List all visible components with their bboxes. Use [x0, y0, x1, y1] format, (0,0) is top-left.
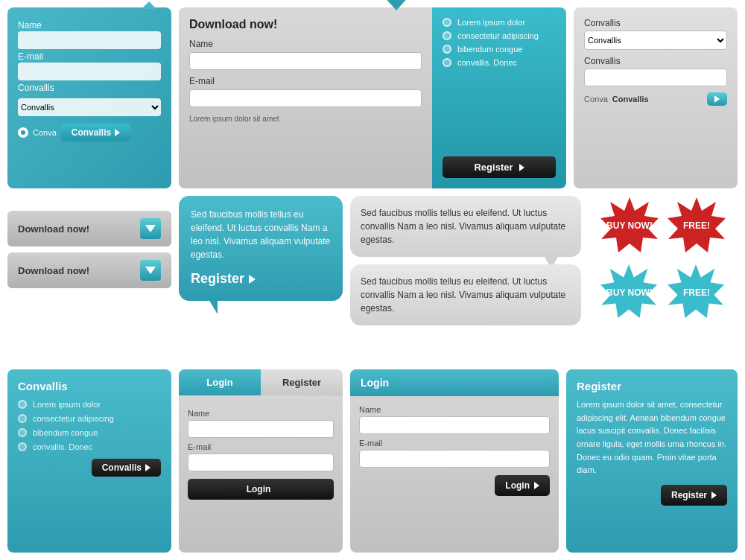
convallis-label: Convallis — [18, 83, 54, 93]
teal-radio-1 — [18, 400, 27, 409]
gray-convallis-label: Convallis — [612, 95, 703, 104]
gray-bubble-2: Sed faucibus mollis tellus eu eleifend. … — [350, 264, 581, 325]
gray-bubble-text-2: Sed faucibus mollis tellus eu eleifend. … — [361, 276, 565, 314]
free-teal-text: FREE! — [683, 287, 710, 298]
email-input[interactable] — [18, 63, 161, 80]
teal-radio-4 — [18, 442, 27, 451]
teal-speech-bubble: Sed faucibus mollis tellus eu eleifend. … — [179, 196, 343, 301]
gray-label-1: Convallis — [584, 18, 727, 28]
bubble-tail — [209, 299, 218, 314]
download-title: Download now! — [189, 18, 422, 31]
name-input[interactable] — [18, 31, 161, 49]
register-box-title: Register — [577, 380, 727, 392]
conva-label: Conva — [33, 128, 57, 137]
radio-icon-3 — [443, 45, 451, 54]
register-teal-box: Register Lorem ipsum dolor sit amet, con… — [566, 369, 738, 553]
download-buttons: Download now! Download now! — [7, 196, 171, 288]
buy-now-teal-badge[interactable]: BUY NOW! — [600, 263, 659, 322]
middle-row: Download now! Download now! Sed faucibus… — [7, 196, 738, 362]
red-badges-row: BUY NOW! FREE! — [600, 196, 726, 255]
register-button[interactable]: Register — [443, 156, 556, 178]
gray-input[interactable] — [584, 69, 727, 86]
login-header: Login — [350, 369, 559, 396]
list-item-2: consectetur adipiscing — [443, 31, 556, 40]
free-red-text: FREE! — [683, 220, 710, 231]
list-item-1: Lorem ipsum dolor — [443, 18, 556, 27]
blue-registration-form: Name E-mail Convallis Convallis Conva Co… — [7, 7, 171, 188]
arrow-right-icon — [714, 95, 720, 103]
tab-login-btn[interactable]: Login — [188, 479, 334, 500]
arrow-right-icon — [145, 464, 150, 471]
arrow-right-icon — [249, 275, 256, 284]
gray-form: Convallis Convallis Convallis Conva Conv… — [574, 7, 738, 188]
bottom-row: Convallis Lorem ipsum dolor consectetur … — [7, 369, 738, 553]
buy-now-red-text: BUY NOW! — [606, 220, 653, 231]
teal-radio-2 — [18, 414, 27, 423]
download-icon-2 — [140, 260, 161, 281]
teal-badges-row: BUY NOW! FREE! — [600, 263, 726, 322]
dl-name-input[interactable] — [189, 52, 422, 70]
tab-name-label: Name — [188, 409, 334, 418]
download-form-left: Download now! Name E-mail Lorem ipsum do… — [179, 7, 432, 188]
login-name-label: Name — [359, 405, 550, 414]
download-btn-1[interactable]: Download now! — [7, 211, 171, 246]
convallis-button[interactable]: Convallis — [61, 124, 130, 141]
gray-bubble-1: Sed faucibus mollis tellus eu eleifend. … — [350, 196, 581, 257]
tab-content: Name E-mail Login — [179, 395, 343, 509]
register-final-btn[interactable]: Register — [661, 485, 727, 506]
radio-icon-2 — [443, 31, 451, 40]
login-only-box: Login Name E-mail Login — [350, 369, 559, 553]
login-submit-btn[interactable]: Login — [495, 475, 550, 496]
bubble-register-btn[interactable]: Register — [191, 269, 331, 289]
tab-email-label: E-mail — [188, 442, 334, 451]
gray-arrow-button[interactable] — [707, 92, 727, 106]
tab-row: Login Register — [179, 369, 343, 395]
buy-now-red-badge[interactable]: BUY NOW! — [600, 196, 659, 255]
badges-column: BUY NOW! FREE! BUY NOW! — [589, 196, 738, 322]
free-red-badge[interactable]: FREE! — [667, 196, 726, 255]
teal-bubble-text: Sed faucibus mollis tellus eu eleifend. … — [191, 208, 331, 261]
register-description: Lorem ipsum dolor sit amet, consectetur … — [577, 398, 727, 477]
login-body: Name E-mail Login — [350, 396, 559, 505]
gray-select-1[interactable]: Convallis — [584, 31, 727, 50]
download-btn-2[interactable]: Download now! — [7, 252, 171, 288]
download-icon-1 — [140, 218, 161, 239]
arrow-right-icon — [115, 129, 120, 136]
teal-radio-3 — [18, 428, 27, 437]
teal-list-row-1: Lorem ipsum dolor — [18, 400, 161, 409]
radio-dot — [18, 127, 28, 138]
login-tab[interactable]: Login — [179, 369, 261, 395]
dl-email-input[interactable] — [189, 89, 422, 107]
tab-name-input[interactable] — [188, 420, 334, 438]
dl-footer-text: Lorem ipsum dolor sit amet — [189, 115, 422, 123]
convallis-select[interactable]: Convallis — [18, 98, 161, 116]
email-label: E-mail — [18, 51, 43, 62]
buy-now-teal-text: BUY NOW! — [606, 287, 653, 298]
name-label: Name — [18, 20, 42, 31]
gray-bubble-text-1: Sed faucibus mollis tellus eu eleifend. … — [361, 208, 565, 245]
list-item-3: bibendum congue — [443, 45, 556, 54]
login-email-label: E-mail — [359, 439, 550, 448]
radio-icon-1 — [443, 18, 451, 27]
tab-email-input[interactable] — [188, 454, 334, 471]
teal-list-row-4: convallis. Donec — [18, 442, 161, 451]
gray-label-2: Convallis — [584, 56, 727, 66]
login-email-input[interactable] — [359, 450, 550, 468]
download-form: Download now! Name E-mail Lorem ipsum do… — [179, 7, 566, 188]
radio-icon-4 — [443, 58, 451, 67]
gray-conva-label: Conva — [584, 95, 608, 104]
dl-email-label: E-mail — [189, 76, 422, 86]
dl-name-label: Name — [189, 39, 422, 49]
arrow-right-icon — [534, 482, 539, 489]
gray-speech-bubbles: Sed faucibus mollis tellus eu eleifend. … — [350, 196, 581, 325]
login-name-input[interactable] — [359, 416, 550, 434]
teal-list-row-2: consectetur adipiscing — [18, 414, 161, 423]
register-tab[interactable]: Register — [261, 369, 343, 395]
convallis-list-btn[interactable]: Convallis — [92, 459, 161, 477]
teal-list-row-3: bibendum congue — [18, 428, 161, 437]
teal-box-title: Convallis — [18, 380, 161, 392]
teal-list-box: Convallis Lorem ipsum dolor consectetur … — [7, 369, 171, 553]
free-teal-badge[interactable]: FREE! — [667, 263, 726, 322]
down-arrow-icon — [383, 0, 410, 10]
download-form-right: Lorem ipsum dolor consectetur adipiscing… — [432, 7, 566, 188]
